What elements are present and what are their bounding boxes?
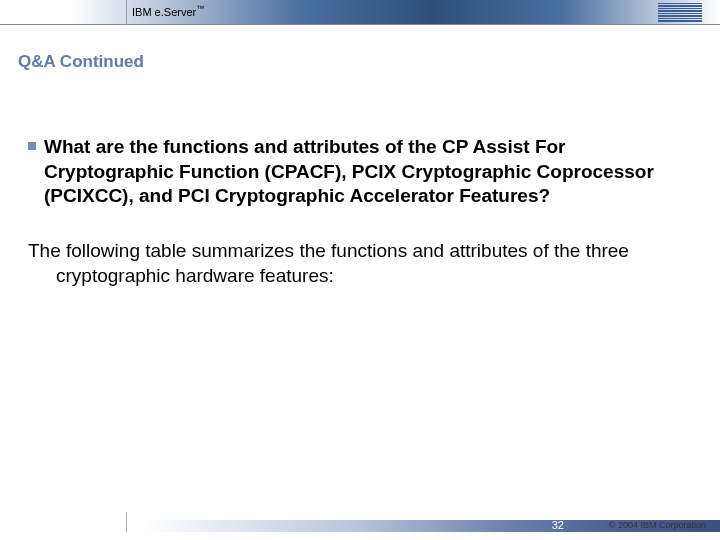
slide-title: Q&A Continued	[18, 52, 144, 72]
copyright-text: © 2004 IBM Corporation	[609, 520, 706, 530]
brand-main: Server	[164, 6, 196, 18]
header-bar: IBM e.Server™	[0, 0, 720, 32]
content-area: What are the functions and attributes of…	[28, 135, 686, 288]
ibm-logo-icon	[658, 3, 702, 22]
paragraph-text: The following table summarizes the funct…	[56, 239, 686, 288]
square-bullet-icon	[28, 142, 36, 150]
header-gradient	[0, 0, 720, 24]
brand-tm: ™	[196, 4, 204, 13]
brand-text: IBM e.Server™	[132, 4, 204, 18]
bullet-text: What are the functions and attributes of…	[44, 135, 686, 209]
header-vertical-rule	[126, 0, 127, 25]
bullet-item: What are the functions and attributes of…	[28, 135, 686, 209]
page-number: 32	[552, 519, 564, 531]
header-underline	[0, 24, 720, 25]
brand-prefix: IBM e.	[132, 6, 164, 18]
footer-vertical-rule	[126, 512, 127, 532]
footer-bar: 32 © 2004 IBM Corporation	[0, 512, 720, 540]
